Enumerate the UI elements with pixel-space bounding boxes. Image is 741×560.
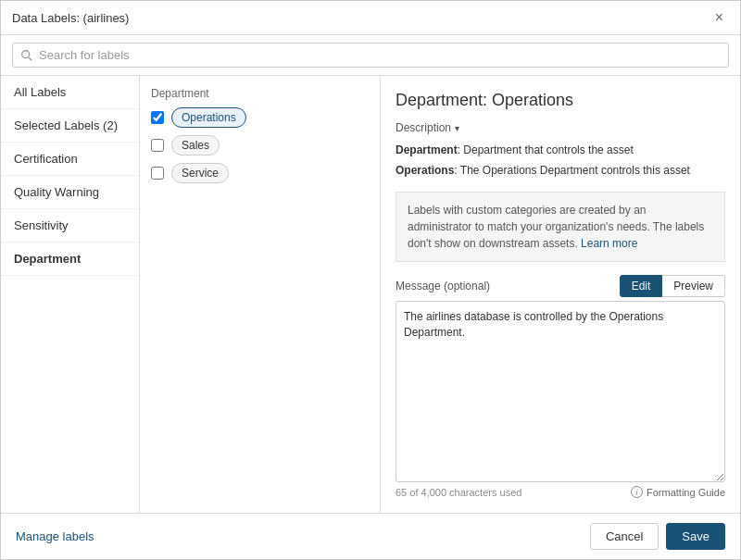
info-box: Labels with custom categories are create…	[396, 192, 725, 262]
service-checkbox[interactable]	[151, 167, 164, 180]
service-tag[interactable]: Service	[171, 163, 229, 183]
message-section: Message (optional) Edit Preview The airl…	[396, 275, 725, 498]
info-box-text: Labels with custom categories are create…	[408, 204, 704, 250]
tab-group: Edit Preview	[620, 275, 725, 297]
sidebar: All Labels Selected Labels (2) Certifica…	[1, 76, 140, 513]
message-label: Message (optional)	[396, 280, 490, 292]
search-bar	[1, 35, 740, 76]
chevron-down-icon: ▾	[455, 123, 459, 133]
desc-operations: Operations: The Operations Department co…	[396, 162, 725, 179]
sidebar-item-quality-warning[interactable]: Quality Warning	[1, 176, 139, 209]
char-count: 65 of 4,000 characters used	[396, 487, 521, 498]
footer: Manage labels Cancel Save	[1, 513, 740, 559]
description-toggle-label: Description	[396, 121, 451, 134]
search-input[interactable]	[39, 48, 721, 62]
dialog-title: Data Labels: (airlines)	[12, 11, 129, 25]
save-button[interactable]: Save	[666, 523, 725, 550]
main-content: All Labels Selected Labels (2) Certifica…	[1, 76, 740, 513]
sales-checkbox[interactable]	[151, 139, 164, 152]
info-icon: i	[631, 486, 643, 498]
label-item-sales: Sales	[151, 135, 369, 156]
center-panel: Department Operations Sales Service	[140, 76, 381, 513]
learn-more-link[interactable]: Learn more	[581, 237, 637, 250]
cancel-button[interactable]: Cancel	[590, 523, 659, 550]
close-button[interactable]: ×	[710, 8, 729, 27]
search-wrapper	[12, 43, 729, 68]
sidebar-item-all-labels[interactable]: All Labels	[1, 76, 139, 109]
right-panel: Department: Operations Description ▾ Dep…	[381, 76, 740, 513]
right-panel-title: Department: Operations	[396, 91, 725, 110]
manage-labels-link[interactable]: Manage labels	[16, 529, 94, 543]
sales-tag[interactable]: Sales	[171, 135, 220, 156]
description-content: Department: Department that controls the…	[396, 142, 725, 182]
tab-edit[interactable]: Edit	[620, 275, 663, 297]
formatting-guide[interactable]: i Formatting Guide	[631, 486, 725, 498]
footer-buttons: Cancel Save	[590, 523, 725, 550]
message-header: Message (optional) Edit Preview	[396, 275, 725, 297]
search-icon	[20, 49, 33, 62]
message-textarea[interactable]: The airlines database is controlled by t…	[396, 301, 725, 482]
sidebar-item-certification[interactable]: Certification	[1, 143, 139, 176]
operations-checkbox[interactable]	[151, 111, 164, 124]
svg-line-1	[29, 57, 31, 60]
center-panel-title: Department	[151, 87, 369, 100]
desc-department: Department: Department that controls the…	[396, 142, 725, 158]
title-bar: Data Labels: (airlines) ×	[1, 1, 740, 35]
message-footer: 65 of 4,000 characters used i Formatting…	[396, 486, 725, 498]
label-item-operations: Operations	[151, 107, 369, 128]
sidebar-item-sensitivity[interactable]: Sensitivity	[1, 209, 139, 243]
formatting-guide-label: Formatting Guide	[647, 487, 725, 498]
tab-preview[interactable]: Preview	[662, 275, 725, 297]
data-labels-dialog: Data Labels: (airlines) × All Labels Sel…	[0, 0, 741, 560]
sidebar-item-selected-labels[interactable]: Selected Labels (2)	[1, 109, 139, 143]
sidebar-item-department[interactable]: Department	[1, 243, 139, 276]
description-toggle[interactable]: Description ▾	[396, 121, 725, 134]
operations-tag[interactable]: Operations	[171, 107, 246, 128]
svg-point-0	[22, 50, 30, 57]
label-item-service: Service	[151, 163, 369, 183]
